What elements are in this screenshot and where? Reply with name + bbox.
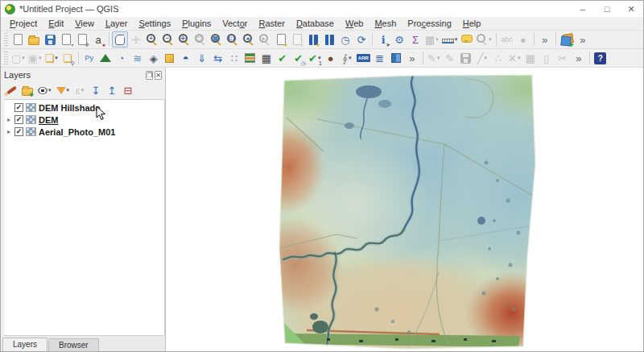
toolbar-overflow-1-button[interactable]: »	[537, 31, 553, 48]
menu-layer[interactable]: Layer	[100, 18, 134, 29]
new-project-button[interactable]	[10, 31, 26, 48]
report-plugin-button[interactable]: ≣	[372, 50, 388, 66]
expand-all-button[interactable]: ↧	[89, 83, 103, 97]
measure-button[interactable]: ▾	[440, 31, 460, 48]
toolbar-plugins-editing: ▢▾▣▾❏▾❏⚲Py◔≋◈◓⇓⇆∷▦✔✔◷✔1▾●∮▾ARR≣»✎▾✎╱▾∴✕▾…	[1, 49, 643, 68]
menu-project[interactable]: Project	[4, 18, 43, 29]
dock-tab-layers[interactable]: Layers	[2, 338, 47, 351]
menu-web[interactable]: Web	[340, 18, 369, 29]
help-button[interactable]: ?	[592, 50, 609, 66]
zoom-native-button[interactable]: 1:1	[225, 31, 241, 48]
pan-map-button[interactable]	[112, 31, 128, 48]
zoom-in-button[interactable]: +	[144, 31, 160, 48]
processing-toolbox-button[interactable]: ⚙	[391, 31, 407, 48]
download-data-button[interactable]: ⇓	[194, 50, 210, 66]
processing-results-button[interactable]: ◔	[114, 50, 130, 66]
zoom-last-button[interactable]: ◂	[241, 31, 257, 48]
menu-vector[interactable]: Vector	[217, 18, 253, 29]
save-project-button[interactable]	[42, 31, 58, 48]
protractor-tool-button[interactable]: ◓	[178, 50, 194, 66]
toolbar-overflow-2-button[interactable]: »	[575, 31, 591, 48]
menu-help[interactable]: Help	[457, 18, 487, 29]
attachments-button[interactable]: ∮▾	[339, 50, 355, 66]
menu-bar: ProjectEditViewLayerSettingsPluginsVecto…	[1, 17, 643, 31]
save-project-as-button[interactable]: ▪	[58, 31, 74, 48]
open-project-button[interactable]	[26, 31, 42, 48]
add-line-feature-icon: ╱	[477, 53, 484, 64]
open-attribute-table-icon: ▦	[425, 35, 435, 45]
close-button[interactable]: ✕	[619, 1, 643, 17]
map-canvas[interactable]	[166, 68, 643, 351]
check-geometry-button[interactable]: ✔	[275, 50, 291, 66]
save-layer-edits-button	[458, 50, 474, 66]
arr-plugin-button[interactable]: ARR	[355, 50, 372, 66]
statistics-panel-button[interactable]: Σ	[407, 31, 423, 48]
select-by-form-button[interactable]: ❏▾	[43, 50, 60, 66]
layer-visibility-checkbox[interactable]: ✓	[14, 115, 23, 124]
refresh-map-button[interactable]: ⟳	[353, 31, 369, 48]
open-layer-styling-button[interactable]	[4, 83, 19, 97]
add-group-button[interactable]: ✚	[20, 83, 35, 97]
dock-tab-browser[interactable]: Browser	[48, 338, 99, 351]
toolbar-separator	[534, 33, 535, 46]
menu-database[interactable]: Database	[291, 18, 340, 29]
menu-settings[interactable]: Settings	[133, 18, 176, 29]
python-console-button[interactable]: Py	[81, 50, 97, 66]
zoom-full-extent-button[interactable]: ✛	[176, 31, 192, 48]
menu-view[interactable]: View	[69, 18, 100, 29]
menu-processing[interactable]: Processing	[402, 18, 456, 29]
float-panel-button[interactable]: ❐	[146, 71, 153, 80]
menu-mesh[interactable]: Mesh	[369, 18, 402, 29]
filter-legend-button[interactable]: ▾	[55, 83, 72, 97]
layer-row: ▸✓DEM	[4, 114, 164, 126]
data-source-manager-button[interactable]: ✚	[559, 31, 575, 48]
reimport-layer-button[interactable]: ⇆	[210, 50, 226, 66]
vertex-tool-button: ✕▾	[506, 50, 522, 66]
manage-map-themes-button[interactable]: ▾	[36, 83, 53, 97]
layers-panel-toolbar: ✚▾▾ε▾↧↥⊟	[1, 81, 165, 99]
identify-features-button[interactable]: ℹ➤	[375, 31, 391, 48]
layer-visibility-checkbox[interactable]: ✓	[14, 127, 23, 136]
close-panel-button[interactable]: ✕	[155, 71, 162, 80]
pan-map-icon	[115, 35, 125, 45]
elevation-profile-button[interactable]	[242, 50, 258, 66]
zoom-to-layer-button[interactable]: ▤	[208, 31, 225, 48]
remove-layer-button[interactable]: ⊟	[121, 83, 135, 97]
toolbar-overflow-3-button[interactable]: »	[404, 50, 420, 66]
raster-layer-icon	[26, 103, 36, 112]
check-topology-button[interactable]: ✔1▾	[307, 50, 323, 66]
style-manager-button[interactable]: a●	[90, 31, 106, 48]
new-spatial-bookmark-button[interactable]: ★	[273, 31, 289, 48]
georeferencer-button[interactable]: ◈	[146, 50, 162, 66]
blue-panel-plugin-button[interactable]	[388, 50, 404, 66]
layout-manager-button[interactable]: ✚	[74, 31, 90, 48]
toolbar-overflow-4-button[interactable]: »	[571, 50, 587, 66]
temporal-controller-button[interactable]: ◷	[337, 31, 353, 48]
menu-edit[interactable]: Edit	[43, 18, 69, 29]
maximize-button[interactable]: □	[595, 1, 619, 17]
collapse-all-button[interactable]: ↥	[105, 83, 119, 97]
menu-plugins[interactable]: Plugins	[176, 18, 217, 29]
mesh-tools-button[interactable]: ≋	[130, 50, 146, 66]
layer-expander-icon[interactable]: ▸	[6, 116, 12, 123]
add-bookmark-button[interactable]: ★	[305, 31, 321, 48]
minimize-button[interactable]: –	[571, 1, 595, 17]
zoom-out-button[interactable]: −	[160, 31, 176, 48]
map-tips-button[interactable]	[459, 31, 475, 48]
grass-tools-button[interactable]	[97, 50, 114, 66]
badge-icon: 1	[319, 60, 322, 66]
bug-report-button[interactable]: ●	[323, 50, 339, 66]
bookmark-manager-button[interactable]	[321, 31, 337, 48]
select-by-value-button[interactable]: ❏⚲	[60, 50, 76, 66]
badge-icon: ★	[283, 42, 288, 48]
layer-name[interactable]: DEM Hillshade	[39, 103, 100, 113]
layer-name[interactable]: Aerial_Photo_M01	[39, 127, 115, 137]
layer-name[interactable]: DEM	[39, 115, 58, 125]
tcp-connection-button[interactable]: ∷	[226, 50, 242, 66]
check-validity-button[interactable]: ✔◷	[291, 50, 307, 66]
layer-expander-icon[interactable]: ▸	[6, 128, 12, 135]
3d-cube-button[interactable]	[162, 50, 178, 66]
screenshot-tool-button[interactable]: ▦	[258, 50, 275, 66]
menu-raster[interactable]: Raster	[253, 18, 290, 29]
layer-visibility-checkbox[interactable]: ✓	[14, 103, 23, 112]
